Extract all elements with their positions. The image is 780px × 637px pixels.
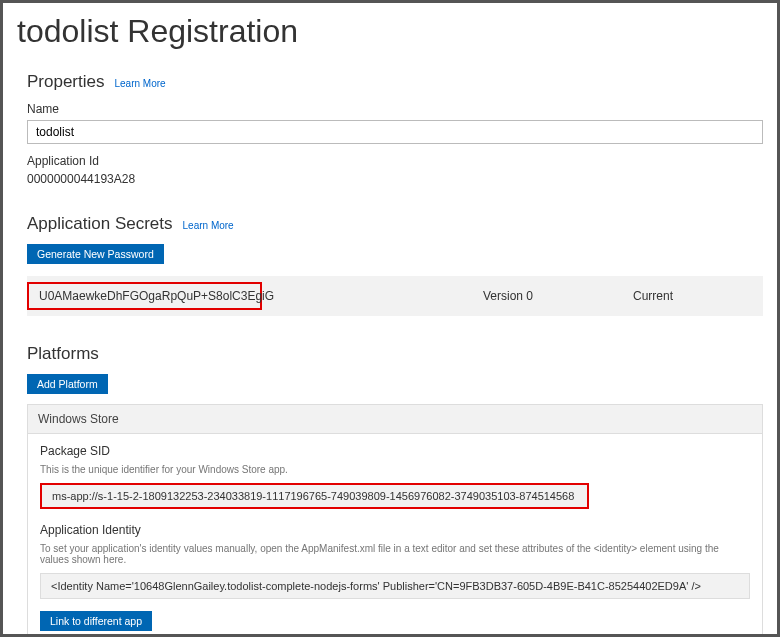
appid-label: Application Id	[27, 154, 763, 168]
app-identity-value: <Identity Name='10648GlennGailey.todolis…	[40, 573, 750, 599]
add-platform-button[interactable]: Add Platform	[27, 374, 108, 394]
content-area: Properties Learn More Name Application I…	[17, 72, 763, 637]
windows-store-body: Package SID This is the unique identifie…	[27, 434, 763, 637]
app-identity-label: Application Identity	[40, 523, 750, 537]
generate-password-button[interactable]: Generate New Password	[27, 244, 164, 264]
properties-learn-more-link[interactable]: Learn More	[114, 78, 165, 89]
secret-row: U0AMaewkeDhFGOgaRpQuP+S8olC3EgiG Version…	[27, 276, 763, 316]
package-sid-label: Package SID	[40, 444, 750, 458]
windows-store-header: Windows Store	[27, 404, 763, 434]
secrets-title: Application Secrets	[27, 214, 173, 234]
link-different-app-button[interactable]: Link to different app	[40, 611, 152, 631]
name-label: Name	[27, 102, 763, 116]
appid-value: 0000000044193A28	[27, 172, 763, 186]
properties-title: Properties	[27, 72, 104, 92]
platforms-header: Platforms	[27, 344, 763, 364]
package-sid-value: ms-app://s-1-15-2-1809132253-234033819-1…	[40, 483, 589, 509]
properties-header: Properties Learn More	[27, 72, 763, 92]
platforms-title: Platforms	[27, 344, 99, 364]
page-title: todolist Registration	[17, 13, 763, 50]
package-sid-help: This is the unique identifier for your W…	[40, 464, 750, 475]
app-identity-help: To set your application's identity value…	[40, 543, 750, 565]
page-root: todolist Registration Properties Learn M…	[3, 3, 777, 637]
secret-value: U0AMaewkeDhFGOgaRpQuP+S8olC3EgiG	[27, 282, 262, 310]
name-input[interactable]	[27, 120, 763, 144]
secret-version: Version 0	[473, 289, 623, 303]
secrets-learn-more-link[interactable]: Learn More	[183, 220, 234, 231]
secrets-header: Application Secrets Learn More	[27, 214, 763, 234]
secret-status: Current	[623, 289, 763, 303]
